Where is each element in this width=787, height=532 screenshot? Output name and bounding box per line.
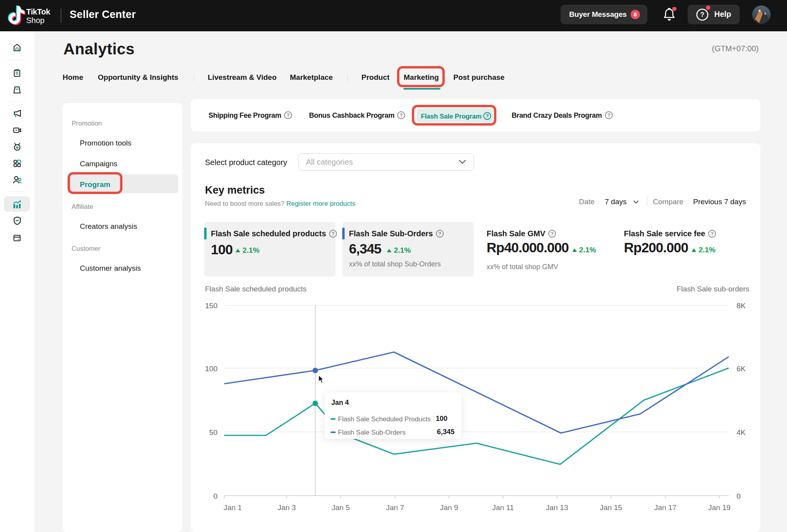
svg-text:TikTok: TikTok <box>26 7 50 16</box>
svg-text:?: ? <box>710 231 713 237</box>
svg-text:?: ? <box>400 112 403 118</box>
svg-text:?: ? <box>551 231 554 237</box>
svg-text:?: ? <box>287 112 290 118</box>
svg-text:Shop: Shop <box>26 16 45 25</box>
svg-text:?: ? <box>700 11 704 18</box>
svg-text:?: ? <box>331 231 334 237</box>
svg-text:?: ? <box>438 231 441 237</box>
svg-text:?: ? <box>607 112 610 118</box>
